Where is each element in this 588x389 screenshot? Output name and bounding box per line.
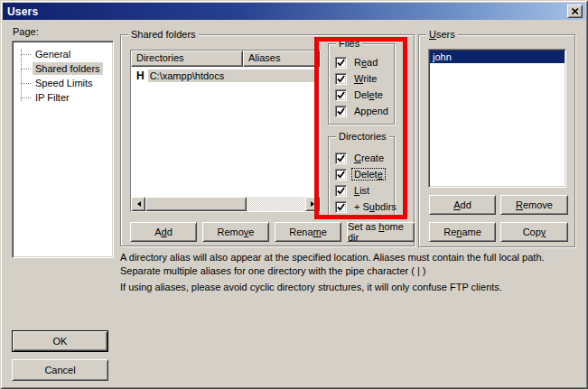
titlebar[interactable]: Users	[3, 3, 585, 20]
home-marker: H	[131, 69, 148, 82]
set-as-home-dir-button[interactable]: Set as home dir	[347, 222, 415, 242]
scroll-left-button[interactable]	[131, 197, 145, 211]
directory-path: C:\xampp\htdocs	[148, 69, 317, 82]
tree-guide-stub	[21, 83, 31, 84]
close-button[interactable]	[567, 5, 583, 18]
column-header-directories[interactable]: Directories	[131, 51, 243, 67]
sidebar-item-ip-filter[interactable]: IP Filter	[13, 90, 113, 105]
page-label: Page:	[13, 26, 39, 37]
horizontal-scrollbar[interactable]	[131, 197, 320, 211]
users-group: Users john Add Remove Rename Copy	[418, 34, 575, 247]
sidebar-item-speed-limits[interactable]: Speed Limits	[13, 76, 113, 90]
red-highlight-annotation	[314, 37, 407, 219]
users-list[interactable]: john	[428, 49, 566, 188]
list-body: H C:\xampp\htdocs	[131, 67, 320, 197]
rename-folder-button[interactable]: Rename	[275, 222, 341, 242]
cancel-button[interactable]: Cancel	[12, 359, 108, 381]
users-legend: Users	[426, 28, 458, 41]
alias-note: A directory alias will also appear at th…	[120, 251, 546, 278]
tree-guide-stub	[21, 69, 31, 69]
remove-folder-button[interactable]: Remove	[202, 222, 269, 242]
rename-user-button[interactable]: Rename	[429, 222, 496, 242]
scroll-left-icon	[135, 201, 141, 207]
user-list-item[interactable]: john	[430, 51, 565, 63]
list-header: Directories Aliases	[131, 51, 320, 67]
remove-user-button[interactable]: Remove	[500, 195, 568, 215]
add-user-button[interactable]: Add	[429, 195, 496, 215]
directory-row[interactable]: H C:\xampp\htdocs	[131, 69, 320, 82]
sidebar-item-shared-folders[interactable]: Shared folders	[13, 61, 113, 76]
copy-user-button[interactable]: Copy	[500, 222, 568, 242]
scrollbar-thumb[interactable]	[145, 197, 247, 211]
directories-list[interactable]: Directories Aliases H C:\xampp\htdocs	[130, 50, 321, 212]
cyclic-note: If using aliases, please avoid cyclic di…	[120, 281, 563, 294]
add-folder-button[interactable]: Add	[130, 222, 197, 242]
tree-guide-stub	[21, 54, 31, 55]
page-tree: General Shared folders Speed Limits IP F…	[12, 41, 114, 258]
scrollbar-track[interactable]	[247, 197, 305, 211]
users-dialog: Users Page: General Shared folders Speed…	[0, 0, 588, 389]
sidebar-item-general[interactable]: General	[13, 47, 113, 61]
window-title: Users	[7, 5, 38, 18]
shared-folders-legend: Shared folders	[128, 28, 199, 41]
tree-guide-stub	[21, 97, 31, 98]
column-header-aliases[interactable]: Aliases	[243, 51, 320, 67]
ok-button[interactable]: OK	[12, 330, 108, 352]
close-icon	[572, 8, 579, 14]
